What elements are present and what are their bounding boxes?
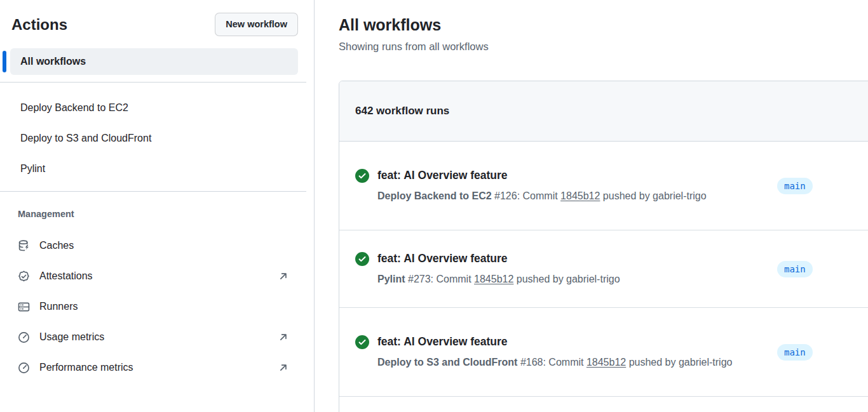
sidebar-item-attestations[interactable]: Attestations <box>0 261 314 291</box>
workflow-run-row-partial <box>339 397 868 412</box>
selected-accent-bar <box>3 51 6 72</box>
external-link-icon <box>278 362 289 373</box>
check-circle-icon <box>355 169 369 183</box>
management-list: Caches Attestations Run <box>0 230 314 383</box>
commit-link[interactable]: 1845b12 <box>587 357 626 368</box>
sidebar-item-pylint[interactable]: Pylint <box>0 154 314 184</box>
run-title-link[interactable]: feat: AI Overview feature <box>377 251 745 266</box>
run-title-link[interactable]: feat: AI Overview feature <box>377 334 745 349</box>
run-text: feat: AI Overview feature Deploy to S3 a… <box>377 334 745 371</box>
actions-page: Actions New workflow All workflows Deplo… <box>0 0 868 412</box>
workflow-run-row[interactable]: feat: AI Overview feature Pylint #273: C… <box>339 230 868 308</box>
run-meta: #273: Commit <box>405 274 474 284</box>
management-section-label: Management <box>18 208 314 220</box>
sidebar-header: Actions New workflow <box>11 13 298 36</box>
workflow-link-label: Deploy Backend to EC2 <box>20 102 128 114</box>
sidebar-item-all-workflows[interactable]: All workflows <box>10 48 298 75</box>
workflow-run-row[interactable]: feat: AI Overview feature Deploy Backend… <box>339 142 868 230</box>
run-meta-tail: pushed by gabriel-trigo <box>626 357 732 368</box>
sidebar: Actions New workflow All workflows Deplo… <box>0 0 315 412</box>
run-text: feat: AI Overview feature Deploy Backend… <box>377 168 745 204</box>
run-description: Deploy Backend to EC2 #126: Commit 1845b… <box>377 188 745 204</box>
new-workflow-button[interactable]: New workflow <box>215 13 298 36</box>
run-meta-tail: pushed by gabriel-trigo <box>600 190 706 201</box>
meter-icon <box>18 331 30 343</box>
run-main: feat: AI Overview feature Deploy to S3 a… <box>355 334 745 371</box>
runs-count-label: 642 workflow runs <box>355 105 449 117</box>
branch-badge[interactable]: main <box>777 344 813 361</box>
run-workflow-name: Deploy to S3 and CloudFront <box>377 357 517 368</box>
commit-link[interactable]: 1845b12 <box>560 190 600 201</box>
mgmt-item-label: Attestations <box>39 270 93 282</box>
sidebar-divider <box>0 191 306 192</box>
page-title: All workflows <box>339 15 868 34</box>
sidebar-item-usage-metrics[interactable]: Usage metrics <box>0 322 314 352</box>
workflow-run-row[interactable]: feat: AI Overview feature Deploy to S3 a… <box>339 308 868 397</box>
sidebar-item-deploy-backend[interactable]: Deploy Backend to EC2 <box>0 93 314 123</box>
run-main: feat: AI Overview feature Pylint #273: C… <box>355 251 745 288</box>
run-meta: #168: Commit <box>517 357 586 368</box>
cache-icon <box>18 240 30 252</box>
run-workflow-name: Deploy Backend to EC2 <box>377 190 492 201</box>
check-circle-icon <box>355 335 369 349</box>
workflow-runs-card: 642 workflow runs feat: AI Overview feat… <box>339 81 868 412</box>
workflow-list: Deploy Backend to EC2 Deploy to S3 and C… <box>0 93 314 184</box>
run-main: feat: AI Overview feature Deploy Backend… <box>355 168 745 204</box>
runs-count-header: 642 workflow runs <box>339 81 868 142</box>
server-icon <box>18 301 30 313</box>
run-description: Deploy to S3 and CloudFront #168: Commit… <box>377 354 745 371</box>
run-description: Pylint #273: Commit 1845b12 pushed by ga… <box>377 271 745 288</box>
main-content: All workflows Showing runs from all work… <box>339 0 868 412</box>
run-meta-tail: pushed by gabriel-trigo <box>513 274 620 284</box>
sidebar-item-performance-metrics[interactable]: Performance metrics <box>0 352 314 383</box>
mgmt-item-label: Performance metrics <box>39 362 133 373</box>
mgmt-item-label: Caches <box>39 240 74 251</box>
run-text: feat: AI Overview feature Pylint #273: C… <box>377 251 745 288</box>
branch-badge[interactable]: main <box>777 178 813 194</box>
sidebar-item-label: All workflows <box>20 56 86 67</box>
run-meta: #126: Commit <box>492 190 560 201</box>
workflow-link-label: Pylint <box>20 163 45 175</box>
external-link-icon <box>278 331 289 343</box>
branch-badge[interactable]: main <box>777 261 813 277</box>
sidebar-item-caches[interactable]: Caches <box>0 230 314 261</box>
commit-link[interactable]: 1845b12 <box>474 274 513 284</box>
mgmt-item-label: Usage metrics <box>39 331 104 343</box>
meter-icon <box>18 362 30 374</box>
sidebar-divider <box>0 82 306 83</box>
mgmt-item-label: Runners <box>39 301 78 312</box>
external-link-icon <box>278 270 289 282</box>
page-subtitle: Showing runs from all workflows <box>339 39 868 53</box>
sidebar-item-deploy-s3[interactable]: Deploy to S3 and CloudFront <box>0 123 314 154</box>
run-title-link[interactable]: feat: AI Overview feature <box>377 168 745 183</box>
check-circle-icon <box>355 252 369 266</box>
sidebar-title: Actions <box>11 15 67 34</box>
sidebar-item-runners[interactable]: Runners <box>0 291 314 322</box>
workflow-link-label: Deploy to S3 and CloudFront <box>20 133 151 144</box>
run-workflow-name: Pylint <box>377 274 405 284</box>
verified-icon <box>18 270 30 282</box>
